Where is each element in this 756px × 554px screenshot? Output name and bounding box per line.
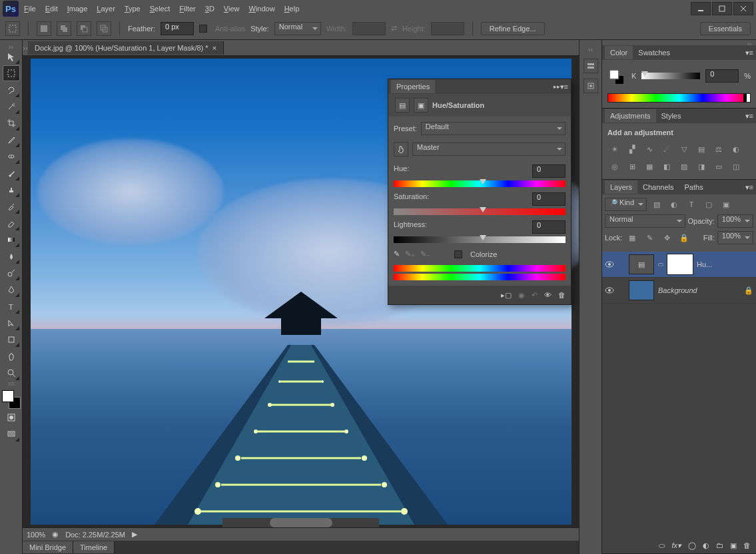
zoom-level[interactable]: 100% bbox=[27, 531, 45, 539]
colorbalance-icon[interactable]: ⚖ bbox=[711, 142, 726, 156]
lasso-tool[interactable] bbox=[3, 82, 20, 98]
menu-image[interactable]: Image bbox=[67, 5, 88, 13]
info-icon[interactable]: ◉ bbox=[52, 530, 59, 539]
panel-menu-icon[interactable]: ▾≡ bbox=[560, 83, 568, 91]
selectivecolor-icon[interactable]: ◫ bbox=[729, 159, 743, 174]
eyedropper-icon[interactable]: ✎ bbox=[394, 250, 400, 258]
k-slider[interactable] bbox=[641, 73, 700, 79]
eyedropper-sub-icon[interactable]: ✎₋ bbox=[420, 250, 430, 258]
close-tab-icon[interactable]: × bbox=[212, 44, 216, 52]
adjustments-tab[interactable]: Adjustments bbox=[605, 109, 656, 123]
type-tool[interactable]: T bbox=[3, 298, 20, 314]
antialias-checkbox[interactable] bbox=[199, 25, 207, 33]
feather-input[interactable]: 0 px bbox=[161, 22, 194, 35]
swatches-tab[interactable]: Swatches bbox=[633, 46, 675, 59]
close-button[interactable] bbox=[733, 2, 753, 15]
reset-icon[interactable]: ↶ bbox=[532, 291, 538, 300]
add-selection-icon[interactable] bbox=[57, 21, 71, 36]
filter-kind-dropdown[interactable]: 🔎 Kind bbox=[605, 198, 647, 211]
saturation-slider[interactable] bbox=[394, 208, 566, 215]
settings-panel-icon[interactable] bbox=[583, 79, 598, 93]
new-folder-icon[interactable]: 🗀 bbox=[716, 541, 723, 549]
filter-adj-icon[interactable]: ◐ bbox=[667, 197, 681, 212]
hue-input[interactable]: 0 bbox=[532, 164, 566, 178]
chevron-right-icon[interactable]: ▶ bbox=[132, 530, 137, 539]
filter-shape-icon[interactable]: ▢ bbox=[701, 197, 716, 212]
filter-smart-icon[interactable]: ▣ bbox=[719, 197, 733, 212]
blur-tool[interactable] bbox=[3, 248, 20, 264]
history-panel-icon[interactable] bbox=[583, 59, 598, 73]
history-brush-tool[interactable] bbox=[3, 198, 20, 214]
color-swatches[interactable] bbox=[2, 390, 21, 409]
properties-tab[interactable]: Properties bbox=[391, 80, 435, 93]
preset-dropdown[interactable]: Default bbox=[421, 122, 566, 135]
minibridge-tab[interactable]: Mini Bridge bbox=[23, 541, 73, 553]
clip-icon[interactable]: ▸▢ bbox=[501, 291, 512, 300]
layers-tab[interactable]: Layers bbox=[605, 180, 637, 194]
menu-view[interactable]: View bbox=[224, 5, 240, 13]
gradient-tool[interactable] bbox=[3, 232, 20, 248]
mask-icon[interactable]: ◯ bbox=[688, 541, 696, 550]
lock-paint-icon[interactable]: ✎ bbox=[642, 230, 657, 245]
lock-move-icon[interactable]: ✥ bbox=[659, 230, 674, 245]
menu-window[interactable]: Window bbox=[249, 5, 275, 13]
new-selection-icon[interactable] bbox=[37, 21, 51, 36]
paths-tab[interactable]: Paths bbox=[679, 180, 709, 194]
levels-icon[interactable]: ▞ bbox=[625, 142, 639, 156]
menu-filter[interactable]: Filter bbox=[179, 5, 195, 13]
panel-menu-icon[interactable]: ▾≡ bbox=[745, 49, 753, 57]
mask-thumb[interactable] bbox=[667, 254, 693, 274]
clone-stamp-tool[interactable] bbox=[3, 182, 20, 198]
fill-input[interactable]: 100% bbox=[717, 231, 753, 244]
hand-tool[interactable] bbox=[3, 348, 20, 364]
eyedropper-add-icon[interactable]: ✎₊ bbox=[405, 250, 415, 258]
new-layer-icon[interactable]: ▣ bbox=[730, 541, 737, 550]
saturation-input[interactable]: 0 bbox=[532, 192, 566, 206]
color-spectrum[interactable] bbox=[607, 93, 751, 103]
bw-icon[interactable]: ◐ bbox=[729, 142, 743, 156]
workspace-essentials-button[interactable]: Essentials bbox=[700, 22, 751, 35]
opacity-input[interactable]: 100% bbox=[717, 214, 753, 228]
menu-file[interactable]: File bbox=[24, 5, 36, 13]
brush-tool[interactable] bbox=[3, 165, 20, 181]
menu-select[interactable]: Select bbox=[150, 5, 171, 13]
intersect-selection-icon[interactable] bbox=[97, 21, 111, 36]
filter-type-icon[interactable]: T bbox=[684, 197, 699, 212]
refine-edge-button[interactable]: Refine Edge... bbox=[481, 22, 545, 35]
menu-3d[interactable]: 3D bbox=[205, 5, 214, 13]
colorize-checkbox[interactable] bbox=[454, 250, 462, 258]
maximize-button[interactable] bbox=[712, 2, 732, 15]
layer-row-huesat[interactable]: ▤ ⬭ Hu... bbox=[602, 252, 756, 278]
filter-pixel-icon[interactable]: ▧ bbox=[649, 197, 664, 212]
exposure-icon[interactable]: ☄ bbox=[659, 142, 674, 156]
dodge-tool[interactable] bbox=[3, 265, 20, 281]
collapse-icon[interactable]: ▸▸ bbox=[554, 83, 560, 90]
color-tab[interactable]: Color bbox=[605, 46, 633, 59]
move-tool[interactable] bbox=[3, 49, 20, 65]
k-input[interactable]: 0 bbox=[705, 69, 739, 83]
menu-layer[interactable]: Layer bbox=[97, 5, 115, 13]
lightness-slider[interactable] bbox=[394, 236, 566, 243]
layer-name[interactable]: Background bbox=[658, 286, 697, 294]
posterize-icon[interactable]: ▨ bbox=[677, 159, 691, 174]
photofilter-icon[interactable]: ◎ bbox=[607, 159, 622, 174]
brightness-icon[interactable]: ☀ bbox=[607, 142, 622, 156]
view-previous-icon[interactable]: ◉ bbox=[518, 291, 525, 300]
magic-wand-tool[interactable] bbox=[3, 99, 20, 115]
zoom-tool[interactable] bbox=[3, 365, 20, 381]
huesat-icon[interactable]: ▤ bbox=[694, 142, 709, 156]
delete-icon[interactable]: 🗑 bbox=[743, 541, 751, 549]
channelmixer-icon[interactable]: ⊞ bbox=[625, 159, 639, 174]
mask-mode-icon[interactable]: ▣ bbox=[414, 98, 428, 113]
layer-name[interactable]: Hu... bbox=[697, 260, 712, 268]
blend-mode-dropdown[interactable]: Normal bbox=[605, 214, 685, 228]
new-adj-icon[interactable]: ◐ bbox=[703, 541, 709, 550]
fx-icon[interactable]: fx▾ bbox=[671, 541, 681, 550]
screenmode-tool[interactable] bbox=[3, 426, 20, 442]
layer-row-background[interactable]: Background 🔒 bbox=[602, 278, 756, 304]
path-selection-tool[interactable] bbox=[3, 315, 20, 331]
subtract-selection-icon[interactable] bbox=[77, 21, 91, 36]
menu-type[interactable]: Type bbox=[125, 5, 141, 13]
threshold-icon[interactable]: ◨ bbox=[694, 159, 709, 174]
healing-tool[interactable] bbox=[3, 148, 20, 164]
